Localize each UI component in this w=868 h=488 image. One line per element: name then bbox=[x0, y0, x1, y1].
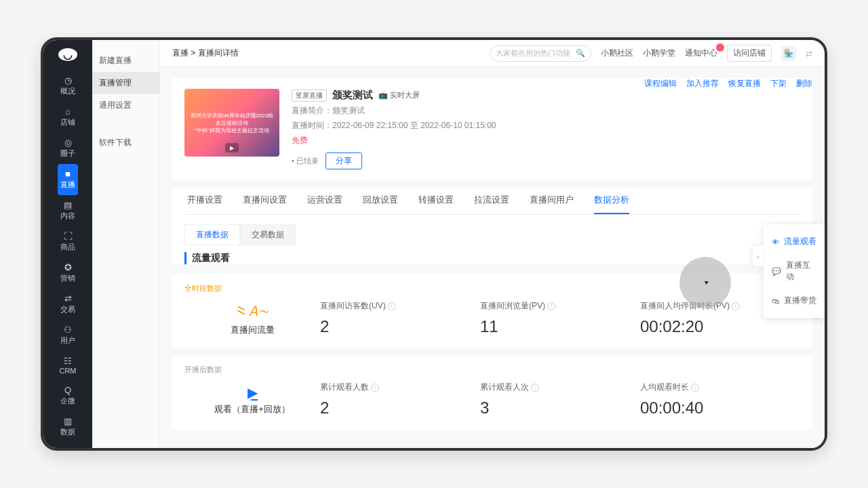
subnav-通用设置[interactable]: 通用设置 bbox=[92, 94, 159, 117]
search-placeholder: 大家都在用的热门功能 bbox=[496, 48, 570, 58]
action-恢复直播[interactable]: 恢复直播 bbox=[728, 78, 761, 89]
info-icon[interactable]: i bbox=[691, 384, 699, 392]
stat-left-label: 观看（直播+回放） bbox=[184, 403, 320, 415]
stat-col: 累计观看人次 i3 bbox=[480, 382, 640, 418]
tab-直播间设置[interactable]: 直播间设置 bbox=[243, 187, 287, 214]
breadcrumb: 直播 > 直播间详情 bbox=[172, 47, 239, 59]
topbar: 直播 > 直播间详情 大家都在用的热门功能 🔍 小鹅社区 小鹅学堂 通知中心 访… bbox=[160, 40, 825, 67]
visit-shop-button[interactable]: 访问店铺 bbox=[727, 45, 772, 62]
pulse-icon: ⺀𝘈∼ bbox=[184, 301, 320, 321]
action-加入推荐[interactable]: 加入推荐 bbox=[686, 78, 719, 89]
tab-数据分析[interactable]: 数据分析 bbox=[594, 187, 629, 214]
stat-block-traffic: 全时段数据 ⺀𝘈∼ 直播间流量 直播间访客数(UV) i2直播间浏览量(PV) … bbox=[172, 274, 812, 348]
anchor-直播互动[interactable]: 💬直播互动 bbox=[764, 253, 825, 289]
tab-运营设置[interactable]: 运营设置 bbox=[307, 187, 342, 214]
stat-col: 直播间访客数(UV) i2 bbox=[320, 300, 480, 336]
tab-直播间用户[interactable]: 直播间用户 bbox=[530, 187, 574, 214]
subtab-交易数据[interactable]: 交易数据 bbox=[240, 224, 296, 245]
left-nav: ◡ ◷概况⌂店铺◎圈子■直播▤内容⛶商品✪营销⇄交易⚇用户☷CRMQ企微▥数据▦… bbox=[43, 40, 92, 448]
subnav-软件下载[interactable]: 软件下载 bbox=[92, 131, 159, 154]
realtime-screen-link[interactable]: 📺 实时大屏 bbox=[378, 90, 420, 100]
section-title: 流量观看 bbox=[184, 252, 800, 264]
nav-概况[interactable]: ◷概况 bbox=[54, 70, 82, 102]
anchor-流量观看[interactable]: 👁流量观看 bbox=[764, 230, 825, 253]
nav-企微[interactable]: Q企微 bbox=[54, 380, 82, 411]
price-label: 免费 bbox=[292, 135, 800, 146]
stat-col: 人均观看时长 i00:00:40 bbox=[640, 382, 800, 418]
sub-nav: 新建直播直播管理通用设置软件下载 bbox=[92, 40, 160, 448]
subnav-新建直播[interactable]: 新建直播 bbox=[92, 49, 159, 72]
subnav-直播管理[interactable]: 直播管理 bbox=[92, 72, 159, 94]
nav-店铺[interactable]: ⌂店铺 bbox=[54, 102, 82, 133]
nav-营销[interactable]: ✪营销 bbox=[54, 258, 82, 289]
stat-tag: 全时段数据 bbox=[184, 283, 800, 293]
live-thumbnail[interactable]: 郑州大学庆祝94周年校庆暨2022校 友云巡校活动 "中科"杯我为母校主题征文活… bbox=[184, 89, 279, 157]
tab-拉流设置[interactable]: 拉流设置 bbox=[474, 187, 509, 214]
anchor-直播带货[interactable]: 🛍直播带货 bbox=[764, 289, 825, 312]
subtabs: 直播数据交易数据 bbox=[184, 224, 800, 245]
tab-转播设置[interactable]: 转播设置 bbox=[418, 187, 454, 214]
app-inner: ◡ ◷概况⌂店铺◎圈子■直播▤内容⛶商品✪营销⇄交易⚇用户☷CRMQ企微▥数据▦… bbox=[43, 40, 825, 448]
tab-回放设置[interactable]: 回放设置 bbox=[363, 187, 398, 214]
main-area: 直播 > 直播间详情 大家都在用的热门功能 🔍 小鹅社区 小鹅学堂 通知中心 访… bbox=[160, 40, 825, 448]
nav-应用[interactable]: ▦应用 bbox=[54, 443, 82, 451]
action-删除[interactable]: 删除 bbox=[796, 78, 812, 89]
tv-icon: ▶̲ bbox=[184, 384, 320, 401]
orientation-tag: 竖屏直播 bbox=[292, 89, 327, 102]
stat-col: 累计观看人数 i2 bbox=[320, 382, 480, 418]
nav-CRM[interactable]: ☷CRM bbox=[54, 351, 82, 380]
stat-tag: 开播后数据 bbox=[184, 365, 800, 375]
swap-icon[interactable]: ⇄ bbox=[806, 49, 812, 58]
float-anchor-panel: › 👁流量观看💬直播互动🛍直播带货 bbox=[764, 224, 825, 318]
app-frame: ◡ ◷概况⌂店铺◎圈子■直播▤内容⛶商品✪营销⇄交易⚇用户☷CRMQ企微▥数据▦… bbox=[41, 37, 827, 451]
toplink-academy[interactable]: 小鹅学堂 bbox=[643, 47, 675, 59]
float-toggle[interactable]: › bbox=[753, 246, 764, 266]
tabs-card: 开播设置直播间设置运营设置回放设置转播设置拉流设置直播间用户数据分析 直播数据交… bbox=[172, 187, 812, 264]
tabs: 开播设置直播间设置运营设置回放设置转播设置拉流设置直播间用户数据分析 bbox=[184, 187, 800, 215]
search-input[interactable]: 大家都在用的热门功能 🔍 bbox=[490, 45, 591, 62]
share-button[interactable]: 分享 bbox=[326, 152, 362, 169]
toplink-notice[interactable]: 通知中心 bbox=[685, 47, 717, 59]
info-icon[interactable]: i bbox=[371, 384, 379, 392]
shop-icon[interactable]: 🏪 bbox=[781, 46, 796, 61]
action-下架[interactable]: 下架 bbox=[770, 78, 787, 89]
info-icon[interactable]: i bbox=[388, 302, 396, 310]
live-info: 竖屏直播 颁奖测试 📺 实时大屏 直播简介：颁奖测试 直播时间：2022-06-… bbox=[292, 89, 800, 169]
live-status: 已结束 bbox=[292, 156, 319, 166]
app-logo[interactable]: ◡ bbox=[58, 48, 77, 61]
nav-交易[interactable]: ⇄交易 bbox=[54, 289, 82, 320]
stat-block-watch: 开播后数据 ▶̲ 观看（直播+回放） 累计观看人数 i2累计观看人次 i3人均观… bbox=[172, 355, 812, 430]
stat-col: 直播间浏览量(PV) i11 bbox=[480, 300, 640, 336]
tab-开播设置[interactable]: 开播设置 bbox=[187, 187, 222, 214]
nav-内容[interactable]: ▤内容 bbox=[54, 195, 82, 226]
nav-用户[interactable]: ⚇用户 bbox=[54, 320, 82, 351]
info-icon[interactable]: i bbox=[547, 302, 555, 310]
search-icon: 🔍 bbox=[576, 49, 585, 58]
nav-商品[interactable]: ⛶商品 bbox=[54, 226, 82, 258]
info-icon[interactable]: i bbox=[732, 302, 740, 310]
live-header-card: 郑州大学庆祝94周年校庆暨2022校 友云巡校活动 "中科"杯我为母校主题征文活… bbox=[172, 78, 812, 180]
live-title: 颁奖测试 bbox=[332, 89, 373, 102]
toplink-community[interactable]: 小鹅社区 bbox=[601, 47, 633, 59]
subtab-直播数据[interactable]: 直播数据 bbox=[184, 224, 240, 245]
action-课程编辑[interactable]: 课程编辑 bbox=[644, 78, 677, 89]
content-area: 郑州大学庆祝94周年校庆暨2022校 友云巡校活动 "中科"杯我为母校主题征文活… bbox=[160, 67, 825, 448]
nav-直播[interactable]: ■直播 bbox=[58, 164, 78, 195]
nav-数据[interactable]: ▥数据 bbox=[54, 411, 82, 443]
stat-left-label: 直播间流量 bbox=[184, 324, 320, 336]
header-actions: 课程编辑加入推荐恢复直播下架删除 bbox=[644, 78, 812, 89]
info-icon[interactable]: i bbox=[531, 384, 539, 392]
nav-圈子[interactable]: ◎圈子 bbox=[54, 133, 82, 164]
